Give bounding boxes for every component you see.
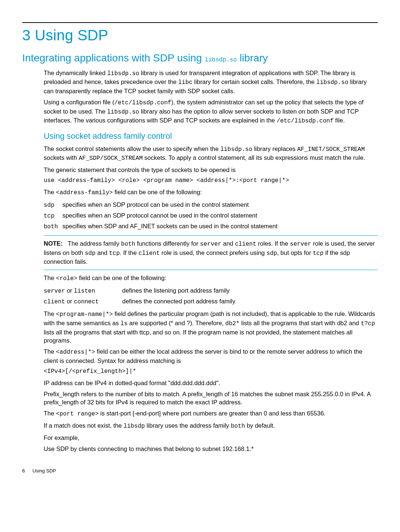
text: sockets. To apply a control statement, a…	[143, 154, 365, 161]
list-item: tcp specifies when an SDP protocol canno…	[44, 211, 282, 221]
paragraph: Use SDP by clients connecting to machine…	[44, 445, 378, 453]
paragraph: The dynamically linked libsdp.so library…	[44, 69, 378, 95]
code: /etc/libsdp.conf	[114, 100, 171, 106]
list-item: client or connect defines the connected …	[44, 296, 240, 307]
text: roles. If the	[256, 240, 290, 247]
footer-label: Using SDP	[33, 468, 56, 474]
text: The address family	[68, 240, 121, 247]
text: , but opts for	[277, 249, 313, 256]
definition: defines the connected port address famil…	[122, 296, 240, 307]
definition: specifies when an SDP protocol can be us…	[62, 200, 282, 211]
text: library for certain socket calls. Theref…	[193, 78, 316, 85]
code: client	[139, 250, 160, 257]
code: sdp	[85, 250, 96, 257]
paragraph: Prefix_length refers to the number of bi…	[44, 390, 378, 407]
text: The	[44, 410, 56, 417]
section-title: Integrating applications with SDP using …	[22, 51, 378, 65]
code: <address|*>	[56, 349, 95, 356]
text: The	[44, 189, 56, 195]
note: NOTE: The address family both functions …	[44, 239, 378, 266]
code: server	[200, 241, 221, 248]
list-item: sdp specifies when an SDP protocol can b…	[44, 200, 282, 211]
text: or	[65, 298, 74, 304]
definition: defines the listening port address famil…	[122, 286, 240, 296]
list-item: both specifies when SDP and AF_INET sock…	[44, 221, 282, 232]
paragraph: Using a configuration file (/etc/libsdp.…	[44, 98, 378, 125]
definition: specifies when an SDP protocol cannot be…	[62, 211, 282, 221]
footer: 6 Using SDP	[22, 468, 378, 474]
text: field can be one of the following:	[113, 189, 202, 195]
paragraph: The <address-family> field can be one of…	[44, 188, 378, 197]
code: <address-family>	[56, 189, 113, 196]
text: and	[96, 249, 109, 256]
code: client	[235, 241, 256, 248]
term: listen	[74, 288, 95, 294]
code: <role>	[56, 275, 77, 282]
code: libc	[178, 79, 192, 86]
code: AF_INET/SOCK_STREAM	[297, 146, 364, 153]
code: sdp	[266, 250, 277, 257]
text: The dynamically linked	[44, 70, 107, 76]
code: libsdp	[124, 423, 145, 430]
term: server	[44, 288, 65, 294]
paragraph: IP address can be IPv4 in dotted-quad fo…	[44, 379, 378, 387]
paragraph: The <program-name|*> field defines the p…	[44, 310, 378, 344]
code: libsdp.so	[220, 146, 252, 153]
text: lists all the programs that start with t…	[44, 329, 353, 344]
term: client	[44, 299, 65, 305]
text: sockets with	[44, 154, 79, 161]
code: libsdp.so	[107, 109, 139, 115]
text: The	[44, 310, 56, 317]
term: sdp	[44, 202, 54, 209]
code-block: <IPv4>[/<prefix_length>]|*	[44, 368, 378, 376]
code-block: use <address-family> <role> <program nam…	[44, 177, 378, 185]
address-family-list: sdp specifies when an SDP protocol can b…	[44, 200, 282, 232]
text: functions differently for	[135, 240, 200, 247]
text: library replaces	[252, 145, 297, 152]
paragraph: The <address|*> field can be either the …	[44, 347, 378, 365]
code: both	[231, 423, 245, 430]
paragraph: The <role> field can be one of the follo…	[44, 274, 378, 283]
text: The socket control statements allow the …	[44, 145, 220, 152]
list-item: server or listen defines the listening p…	[44, 286, 240, 296]
code: t?cp	[361, 320, 375, 327]
chapter-title: 3 Using SDP	[22, 25, 378, 45]
paragraph: The socket control statements allow the …	[44, 145, 378, 163]
note-rule-bottom	[44, 270, 378, 270]
code: <program-name|*>	[56, 311, 113, 318]
text: or	[65, 287, 74, 294]
note-rule-top	[44, 235, 378, 236]
page-number: 6	[22, 468, 31, 474]
term: tcp	[44, 213, 54, 219]
code: libsdp.so	[316, 79, 348, 86]
definition: specifies when SDP and AF_INET sockets c…	[62, 221, 282, 232]
code: ls	[120, 320, 127, 327]
section-title-text: Integrating applications with SDP using …	[22, 52, 268, 64]
top-rule	[22, 22, 378, 23]
code: tcp	[109, 250, 120, 257]
code: AF_SDP/SOCK_STREAM	[79, 155, 143, 162]
paragraph: The <port range> is start-port [-end-por…	[44, 409, 378, 418]
text: If a match does not exist, the	[44, 422, 124, 429]
code: both	[121, 241, 135, 248]
code: /etc/libsdp.conf	[277, 118, 334, 124]
text: The	[44, 275, 56, 281]
term: both	[44, 223, 58, 230]
subsection-title: Using socket address family control	[44, 131, 378, 142]
text: file.	[334, 117, 345, 124]
code: libsdp.so	[107, 70, 139, 77]
paragraph: If a match does not exist, the libsdp li…	[44, 421, 378, 431]
text: library uses the address family	[145, 422, 231, 429]
code: server	[290, 241, 311, 248]
text: The	[44, 348, 56, 355]
text: lists all the programs that start with d…	[240, 320, 361, 326]
text: by default.	[245, 422, 275, 429]
text: and	[221, 240, 235, 247]
text: role is used, the connect prefers using	[160, 249, 266, 256]
code: <port range>	[56, 411, 99, 417]
role-list: server or listen defines the listening p…	[44, 286, 240, 307]
code: db2*	[225, 320, 239, 327]
paragraph: The generic statement that controls the …	[44, 166, 378, 174]
text: is start-port [-end-port] where port num…	[99, 410, 326, 417]
note-label: NOTE:	[44, 240, 63, 247]
